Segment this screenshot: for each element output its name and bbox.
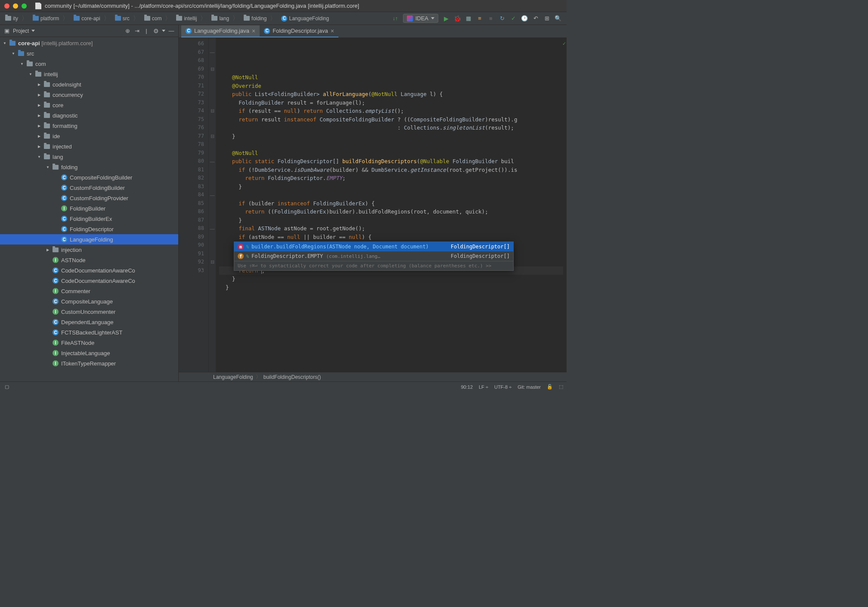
tree-node[interactable]: injection xyxy=(0,245,178,255)
tree-node[interactable]: IITokenTypeRemapper xyxy=(0,358,178,369)
tree-arrow[interactable] xyxy=(54,237,59,242)
tree-node[interactable]: ide xyxy=(0,131,178,141)
code-line[interactable]: @NotNull xyxy=(219,73,563,82)
tree-arrow[interactable] xyxy=(54,196,59,200)
code-line[interactable]: final ASTNode astNode = root.getNode(); xyxy=(219,224,563,233)
tree-node[interactable]: src xyxy=(0,48,178,59)
line-number[interactable]: 80 xyxy=(180,157,204,166)
breadcrumb-item[interactable]: src xyxy=(112,13,142,24)
history-button[interactable]: 🕑 xyxy=(521,15,528,22)
tree-node[interactable]: formatting xyxy=(0,121,178,131)
tree-node[interactable]: core xyxy=(0,100,178,110)
tree-arrow[interactable] xyxy=(46,289,50,293)
breadcrumb-item[interactable]: folding xyxy=(241,13,279,24)
expand-arrow-icon[interactable] xyxy=(37,93,41,97)
expand-arrow-icon[interactable] xyxy=(37,124,41,128)
tree-node[interactable]: injected xyxy=(0,141,178,152)
close-window-button[interactable] xyxy=(4,3,9,9)
tree-arrow[interactable] xyxy=(46,330,50,334)
breadcrumb-item[interactable]: LanguageFolding xyxy=(213,374,253,380)
debug-button[interactable]: 🐞 xyxy=(454,15,461,22)
editor-tab[interactable]: CFoldingDescriptor.java× xyxy=(260,25,338,37)
fold-marker[interactable]: ⊟ xyxy=(209,65,216,74)
tree-node[interactable]: ICommenter xyxy=(0,286,178,296)
tree-arrow[interactable] xyxy=(54,217,59,221)
line-number[interactable]: 90 xyxy=(180,241,204,250)
caret-position[interactable]: 90:12 xyxy=(461,384,473,390)
fold-marker[interactable]: — xyxy=(209,157,216,166)
fold-marker[interactable]: — xyxy=(209,224,216,233)
fold-marker[interactable] xyxy=(209,40,216,48)
fold-marker[interactable] xyxy=(209,82,216,90)
completion-item[interactable]: f%FoldingDescriptor.EMPTY (com.intellij.… xyxy=(234,251,513,261)
collapse-icon[interactable]: ⇥ xyxy=(133,28,140,34)
tree-node[interactable]: lang xyxy=(0,152,178,162)
breadcrumb-item[interactable]: ity xyxy=(3,13,30,24)
line-number[interactable]: 67 xyxy=(180,48,204,57)
line-number[interactable]: 87 xyxy=(180,216,204,225)
update-button[interactable]: ↻ xyxy=(499,15,505,22)
tree-arrow[interactable] xyxy=(46,361,50,365)
tree-node[interactable]: diagnostic xyxy=(0,110,178,121)
memory-indicator[interactable]: ⬚ xyxy=(559,384,563,390)
expand-arrow-icon[interactable] xyxy=(37,82,41,87)
completion-item[interactable]: m%builder.buildFoldRegions(ASTNode node,… xyxy=(234,242,513,251)
code-line[interactable]: return result instanceof CompositeFoldin… xyxy=(219,115,563,124)
run-config-selector[interactable]: IDEA xyxy=(403,14,438,23)
code-line[interactable]: } xyxy=(219,132,563,141)
tree-arrow[interactable] xyxy=(46,310,50,314)
tree-node[interactable]: CDependentLanguage xyxy=(0,317,178,327)
maximize-window-button[interactable] xyxy=(22,3,27,9)
line-number[interactable]: 66 xyxy=(180,40,204,48)
fold-marker[interactable] xyxy=(209,166,216,174)
close-tab-icon[interactable]: × xyxy=(252,28,255,34)
line-number[interactable]: 83 xyxy=(180,183,204,191)
tree-node[interactable]: core-api [intellij.platform.core] xyxy=(0,38,178,48)
breadcrumb-item[interactable]: core-api xyxy=(71,13,112,24)
code-line[interactable] xyxy=(219,291,563,300)
code-line[interactable]: if (astNode == null || builder == null) … xyxy=(219,233,563,242)
tree-node[interactable]: CFCTSBackedLighterAST xyxy=(0,327,178,338)
fold-marker[interactable] xyxy=(209,124,216,132)
line-number[interactable]: 92 xyxy=(180,258,204,266)
code-line[interactable]: FoldingBuilder result = forLanguage(l); xyxy=(219,99,563,107)
tree-node[interactable]: CFoldingBuilderEx xyxy=(0,214,178,224)
project-view-icon[interactable]: ▣ xyxy=(3,28,10,34)
build-icon[interactable]: ↓↑ xyxy=(392,15,399,22)
tree-node[interactable]: ICustomUncommenter xyxy=(0,307,178,317)
inspection-indicator[interactable]: ✓ xyxy=(563,40,566,48)
fold-marker[interactable] xyxy=(209,250,216,258)
expand-arrow-icon[interactable] xyxy=(37,113,41,118)
line-number[interactable]: 77 xyxy=(180,132,204,141)
line-number[interactable]: 82 xyxy=(180,174,204,183)
line-number[interactable]: 86 xyxy=(180,207,204,216)
breadcrumb-item[interactable]: CLanguageFolding xyxy=(279,13,332,24)
fold-marker[interactable] xyxy=(209,115,216,124)
line-number[interactable]: 68 xyxy=(180,56,204,65)
tree-node[interactable]: folding xyxy=(0,162,178,172)
line-number[interactable]: 84 xyxy=(180,191,204,199)
code-completion-popup[interactable]: m%builder.buildFoldRegions(ASTNode node,… xyxy=(234,242,514,271)
expand-arrow-icon[interactable] xyxy=(37,144,41,149)
fold-marker[interactable] xyxy=(209,149,216,158)
fold-marker[interactable] xyxy=(209,207,216,216)
line-number[interactable]: 72 xyxy=(180,90,204,99)
code-line[interactable]: public static FoldingDescriptor[] buildF… xyxy=(219,157,563,166)
line-number[interactable]: 71 xyxy=(180,82,204,90)
line-number[interactable]: 76 xyxy=(180,124,204,132)
code-line[interactable]: if (result == null) return Collections.e… xyxy=(219,107,563,115)
code-line[interactable]: : Collections.singletonList(result); xyxy=(219,124,563,132)
code-line[interactable]: if (!DumbService.isDumbAware(builder) &&… xyxy=(219,166,563,174)
tree-node[interactable]: CCodeDocumentationAwareCo xyxy=(0,276,178,286)
tree-node[interactable]: CCompositeLanguage xyxy=(0,296,178,307)
fold-marker[interactable] xyxy=(209,199,216,208)
git-lock-icon[interactable]: 🔓 xyxy=(547,384,553,390)
project-tree[interactable]: core-api [intellij.platform.core]srccomi… xyxy=(0,37,178,381)
collapse-arrow-icon[interactable] xyxy=(11,51,16,56)
expand-arrow-icon[interactable] xyxy=(37,134,41,138)
fold-marker[interactable]: — xyxy=(209,48,216,57)
editor-breadcrumb[interactable]: LanguageFolding 〉 buildFoldingDescriptor… xyxy=(179,372,567,381)
commit-button[interactable]: ✓ xyxy=(510,15,517,22)
fold-marker[interactable]: ⊟ xyxy=(209,132,216,141)
fold-marker[interactable] xyxy=(209,56,216,65)
